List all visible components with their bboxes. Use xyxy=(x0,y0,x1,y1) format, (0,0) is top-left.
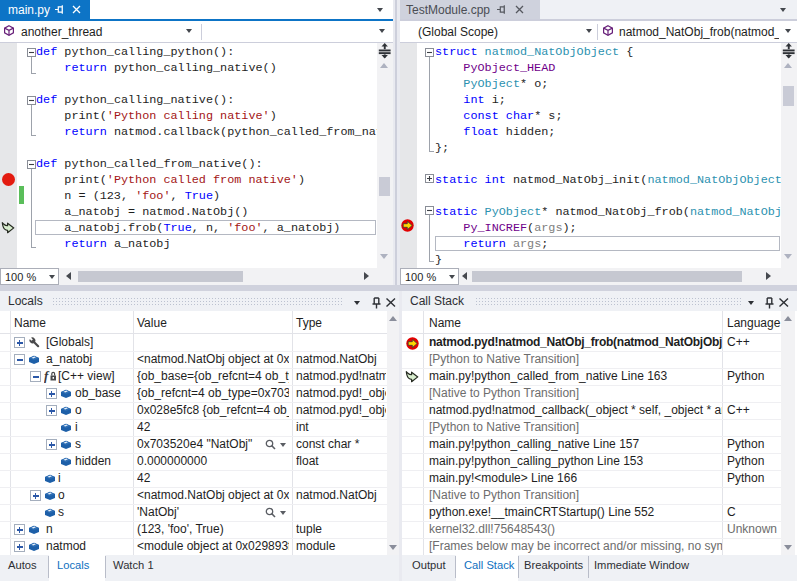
svg-text:f: f xyxy=(44,370,50,383)
